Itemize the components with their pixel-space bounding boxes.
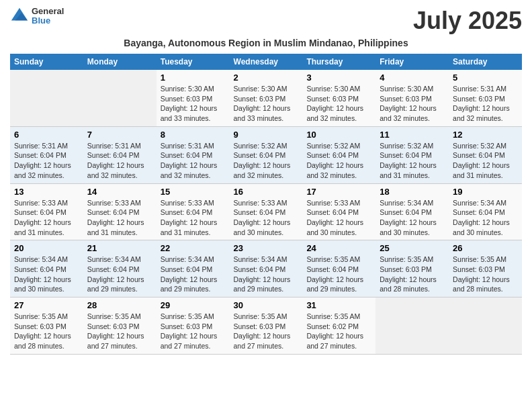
logo-line1: General	[32, 7, 64, 16]
calendar-cell: 3Sunrise: 5:30 AMSunset: 6:03 PMDaylight…	[302, 70, 375, 126]
calendar-cell: 4Sunrise: 5:30 AMSunset: 6:03 PMDaylight…	[375, 70, 449, 126]
day-number: 2	[234, 73, 299, 83]
day-number: 17	[306, 187, 371, 197]
day-number: 6	[14, 130, 79, 140]
calendar-week-row: 27Sunrise: 5:35 AMSunset: 6:03 PMDayligh…	[10, 298, 522, 355]
calendar-cell	[83, 70, 157, 126]
day-number: 4	[380, 73, 445, 83]
day-number: 22	[161, 243, 226, 253]
calendar-cell: 1Sunrise: 5:30 AMSunset: 6:03 PMDaylight…	[157, 70, 230, 126]
day-info: Sunrise: 5:33 AMSunset: 6:04 PMDaylight:…	[87, 198, 152, 238]
calendar-week-row: 6Sunrise: 5:31 AMSunset: 6:04 PMDaylight…	[10, 126, 522, 183]
day-number: 27	[14, 300, 79, 310]
calendar-cell: 2Sunrise: 5:30 AMSunset: 6:03 PMDaylight…	[230, 70, 303, 126]
day-number: 30	[234, 300, 299, 310]
day-info: Sunrise: 5:30 AMSunset: 6:03 PMDaylight:…	[306, 84, 371, 124]
calendar-cell: 25Sunrise: 5:35 AMSunset: 6:03 PMDayligh…	[375, 240, 449, 298]
calendar-cell: 16Sunrise: 5:33 AMSunset: 6:04 PMDayligh…	[230, 183, 303, 240]
calendar-cell: 11Sunrise: 5:32 AMSunset: 6:04 PMDayligh…	[375, 126, 449, 183]
calendar-cell: 28Sunrise: 5:35 AMSunset: 6:03 PMDayligh…	[83, 298, 157, 355]
day-info: Sunrise: 5:35 AMSunset: 6:03 PMDaylight:…	[161, 312, 226, 351]
day-number: 21	[87, 243, 152, 253]
weekday-header: Monday	[83, 54, 157, 70]
day-number: 31	[306, 300, 371, 310]
day-number: 15	[161, 187, 226, 197]
day-number: 9	[234, 130, 299, 140]
weekday-header: Thursday	[302, 54, 375, 70]
calendar-subtitle: Bayanga, Autonomous Region in Muslim Min…	[10, 38, 522, 48]
day-info: Sunrise: 5:31 AMSunset: 6:04 PMDaylight:…	[161, 141, 226, 181]
day-number: 1	[161, 73, 226, 83]
day-info: Sunrise: 5:31 AMSunset: 6:04 PMDaylight:…	[87, 141, 152, 181]
day-number: 5	[453, 73, 518, 83]
calendar-week-row: 1Sunrise: 5:30 AMSunset: 6:03 PMDaylight…	[10, 70, 522, 126]
calendar-cell: 13Sunrise: 5:33 AMSunset: 6:04 PMDayligh…	[10, 183, 83, 240]
day-info: Sunrise: 5:30 AMSunset: 6:03 PMDaylight:…	[161, 84, 226, 124]
calendar-cell: 31Sunrise: 5:35 AMSunset: 6:02 PMDayligh…	[302, 298, 375, 355]
weekday-header: Sunday	[10, 54, 83, 70]
day-number: 26	[453, 243, 518, 253]
calendar-cell: 17Sunrise: 5:33 AMSunset: 6:04 PMDayligh…	[302, 183, 375, 240]
calendar-cell: 9Sunrise: 5:32 AMSunset: 6:04 PMDaylight…	[230, 126, 303, 183]
calendar-cell	[449, 298, 522, 355]
day-number: 8	[161, 130, 226, 140]
calendar-cell: 30Sunrise: 5:35 AMSunset: 6:03 PMDayligh…	[230, 298, 303, 355]
logo-text: General Blue	[32, 7, 64, 26]
day-info: Sunrise: 5:34 AMSunset: 6:04 PMDaylight:…	[234, 255, 299, 294]
day-info: Sunrise: 5:34 AMSunset: 6:04 PMDaylight:…	[14, 255, 79, 294]
logo: General Blue	[10, 7, 64, 26]
calendar-table: SundayMondayTuesdayWednesdayThursdayFrid…	[10, 54, 522, 355]
day-number: 25	[380, 243, 445, 253]
day-number: 19	[453, 187, 518, 197]
calendar-cell: 27Sunrise: 5:35 AMSunset: 6:03 PMDayligh…	[10, 298, 83, 355]
calendar-week-row: 13Sunrise: 5:33 AMSunset: 6:04 PMDayligh…	[10, 183, 522, 240]
calendar-cell: 12Sunrise: 5:32 AMSunset: 6:04 PMDayligh…	[449, 126, 522, 183]
day-number: 16	[234, 187, 299, 197]
calendar-cell	[10, 70, 83, 126]
day-number: 11	[380, 130, 445, 140]
calendar-cell: 5Sunrise: 5:31 AMSunset: 6:03 PMDaylight…	[449, 70, 522, 126]
day-info: Sunrise: 5:35 AMSunset: 6:03 PMDaylight:…	[87, 312, 152, 351]
day-info: Sunrise: 5:34 AMSunset: 6:04 PMDaylight:…	[380, 198, 445, 238]
day-info: Sunrise: 5:31 AMSunset: 6:03 PMDaylight:…	[453, 84, 518, 124]
weekday-header: Friday	[375, 54, 449, 70]
day-info: Sunrise: 5:33 AMSunset: 6:04 PMDaylight:…	[161, 198, 226, 238]
day-number: 28	[87, 300, 152, 310]
calendar-cell: 24Sunrise: 5:35 AMSunset: 6:04 PMDayligh…	[302, 240, 375, 298]
day-info: Sunrise: 5:35 AMSunset: 6:03 PMDaylight:…	[234, 312, 299, 351]
day-number: 12	[453, 130, 518, 140]
day-number: 3	[306, 73, 371, 83]
calendar-cell: 19Sunrise: 5:34 AMSunset: 6:04 PMDayligh…	[449, 183, 522, 240]
day-number: 13	[14, 187, 79, 197]
calendar-cell: 14Sunrise: 5:33 AMSunset: 6:04 PMDayligh…	[83, 183, 157, 240]
day-number: 23	[234, 243, 299, 253]
day-info: Sunrise: 5:30 AMSunset: 6:03 PMDaylight:…	[380, 84, 445, 124]
day-number: 18	[380, 187, 445, 197]
calendar-cell: 21Sunrise: 5:34 AMSunset: 6:04 PMDayligh…	[83, 240, 157, 298]
calendar-cell: 20Sunrise: 5:34 AMSunset: 6:04 PMDayligh…	[10, 240, 83, 298]
calendar-cell: 8Sunrise: 5:31 AMSunset: 6:04 PMDaylight…	[157, 126, 230, 183]
day-info: Sunrise: 5:35 AMSunset: 6:03 PMDaylight:…	[453, 255, 518, 294]
day-info: Sunrise: 5:35 AMSunset: 6:02 PMDaylight:…	[306, 312, 371, 351]
weekday-header: Saturday	[449, 54, 522, 70]
day-info: Sunrise: 5:32 AMSunset: 6:04 PMDaylight:…	[234, 141, 299, 181]
day-info: Sunrise: 5:31 AMSunset: 6:04 PMDaylight:…	[14, 141, 79, 181]
logo-line2: Blue	[32, 16, 64, 26]
calendar-cell: 15Sunrise: 5:33 AMSunset: 6:04 PMDayligh…	[157, 183, 230, 240]
calendar-week-row: 20Sunrise: 5:34 AMSunset: 6:04 PMDayligh…	[10, 240, 522, 298]
day-info: Sunrise: 5:34 AMSunset: 6:04 PMDaylight:…	[87, 255, 152, 294]
day-number: 10	[306, 130, 371, 140]
day-info: Sunrise: 5:34 AMSunset: 6:04 PMDaylight:…	[453, 198, 518, 238]
day-info: Sunrise: 5:35 AMSunset: 6:04 PMDaylight:…	[306, 255, 371, 294]
day-number: 14	[87, 187, 152, 197]
day-number: 20	[14, 243, 79, 253]
calendar-title: July 2025	[413, 7, 522, 35]
day-info: Sunrise: 5:32 AMSunset: 6:04 PMDaylight:…	[380, 141, 445, 181]
day-number: 24	[306, 243, 371, 253]
calendar-cell: 10Sunrise: 5:32 AMSunset: 6:04 PMDayligh…	[302, 126, 375, 183]
page-header: General Blue July 2025	[10, 7, 522, 35]
day-info: Sunrise: 5:35 AMSunset: 6:03 PMDaylight:…	[14, 312, 79, 351]
weekday-header-row: SundayMondayTuesdayWednesdayThursdayFrid…	[10, 54, 522, 70]
calendar-cell: 7Sunrise: 5:31 AMSunset: 6:04 PMDaylight…	[83, 126, 157, 183]
logo-icon	[10, 7, 29, 26]
